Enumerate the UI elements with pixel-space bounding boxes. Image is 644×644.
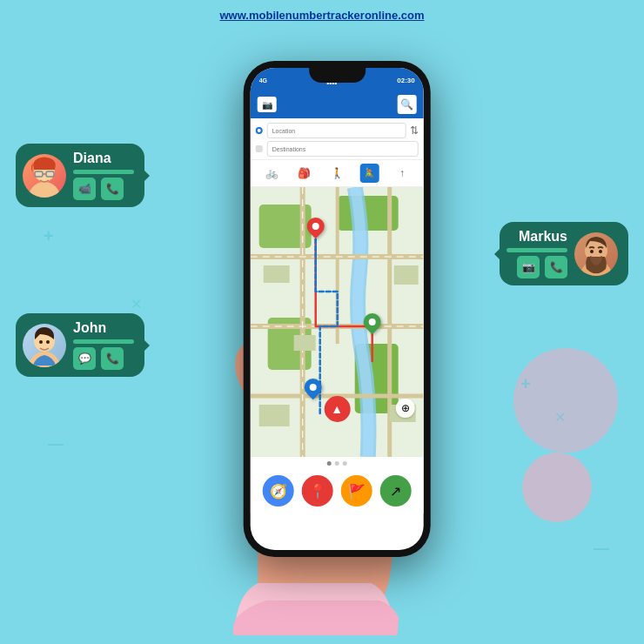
bg-x-2: ✕ xyxy=(131,296,142,312)
markus-actions: 📷 📞 xyxy=(506,256,567,278)
john-avatar xyxy=(23,324,66,367)
john-info: John 💬 📞 xyxy=(73,320,134,370)
markus-bubble: Markus 📷 📞 xyxy=(500,222,628,285)
map-pin-green xyxy=(364,313,381,331)
phone-notch xyxy=(309,61,366,83)
transport-bag[interactable]: 🎒 xyxy=(295,164,314,183)
transport-cycle[interactable]: 🚴 xyxy=(360,164,379,183)
john-message-btn[interactable]: 💬 xyxy=(73,347,96,370)
markus-info: Markus 📷 📞 xyxy=(506,229,567,278)
markus-name: Markus xyxy=(506,229,567,245)
svg-rect-17 xyxy=(259,405,290,426)
john-actions: 💬 📞 xyxy=(73,347,134,370)
app-header: 📷 🔍 xyxy=(251,91,424,118)
bg-plus-1: + xyxy=(44,226,54,246)
svg-rect-22 xyxy=(35,171,43,177)
bg-plus-2: + xyxy=(520,374,531,394)
nav-btn-location[interactable]: 📍 xyxy=(302,475,333,506)
bg-minus-4: — xyxy=(594,540,609,558)
transport-modes: 🚲 🎒 🚶 🚴 ↑ xyxy=(251,160,424,187)
nav-btn-share[interactable]: ↗ xyxy=(379,475,411,506)
nav-btn-flag[interactable]: 🚩 xyxy=(341,475,372,506)
svg-point-28 xyxy=(46,340,50,344)
bottom-nav: 🧭 📍 🚩 ↗ xyxy=(251,470,424,513)
transport-arrow[interactable]: ↑ xyxy=(392,164,412,183)
svg-rect-23 xyxy=(46,171,54,177)
bg-circle-small xyxy=(522,453,592,522)
camera-icon[interactable]: 📷 xyxy=(258,97,277,112)
bg-circle-large xyxy=(513,348,618,453)
markus-bar xyxy=(506,248,567,252)
diana-video-btn[interactable]: 📹 xyxy=(73,178,96,200)
diana-call-btn[interactable]: 📞 xyxy=(101,178,124,200)
markus-avatar xyxy=(574,232,618,276)
svg-point-27 xyxy=(39,340,43,344)
map-pin-blue xyxy=(305,379,322,396)
diana-avatar xyxy=(23,154,66,198)
markus-call-btn[interactable]: 📞 xyxy=(545,256,567,278)
svg-rect-15 xyxy=(294,335,316,351)
diana-bubble: Diana 📹 📞 xyxy=(16,144,144,207)
location-input[interactable] xyxy=(267,123,406,138)
search-icon[interactable]: 🔍 xyxy=(398,95,417,114)
destination-dot xyxy=(256,145,263,152)
swap-icon[interactable]: ⇅ xyxy=(410,124,419,137)
location-dot xyxy=(256,127,263,134)
destination-input-row xyxy=(256,141,419,157)
nav-btn-compass[interactable]: 🧭 xyxy=(263,475,294,506)
diana-actions: 📹 📞 xyxy=(73,178,134,200)
john-bar xyxy=(73,339,134,344)
location-crosshair[interactable]: ⊕ xyxy=(396,399,415,418)
svg-rect-14 xyxy=(264,265,290,283)
page-indicators xyxy=(251,457,424,470)
website-link[interactable]: www.mobilenumbertrackeronline.com xyxy=(219,9,424,22)
phone-frame: 4G 02:30 📷 🔍 ⇅ xyxy=(244,61,431,557)
svg-point-31 xyxy=(590,250,594,253)
time-display: 02:30 xyxy=(397,77,414,84)
phone-screen: 4G 02:30 📷 🔍 ⇅ xyxy=(251,68,424,550)
diana-info: Diana 📹 📞 xyxy=(73,151,134,200)
markus-photo-btn[interactable]: 📷 xyxy=(517,256,540,278)
john-call-btn[interactable]: 📞 xyxy=(101,347,124,370)
destinations-input[interactable] xyxy=(267,141,419,157)
search-section: ⇅ xyxy=(251,118,424,160)
diana-bar xyxy=(73,170,134,174)
nav-arrow[interactable]: ▲ xyxy=(324,396,350,422)
svg-point-32 xyxy=(599,250,602,253)
transport-walk[interactable]: 🚶 xyxy=(327,164,346,183)
location-input-row: ⇅ xyxy=(256,123,419,138)
transport-bike[interactable]: 🚲 xyxy=(262,164,281,183)
svg-point-19 xyxy=(29,182,60,198)
bg-minus-3: — xyxy=(48,435,64,453)
svg-rect-16 xyxy=(394,265,419,285)
map-area: ▲ ⊕ xyxy=(251,187,424,457)
john-name: John xyxy=(73,320,134,336)
bg-x-1: ✕ xyxy=(554,409,566,426)
carrier-signal: 4G xyxy=(259,77,267,84)
john-bubble: John 💬 📞 xyxy=(16,313,144,377)
diana-name: Diana xyxy=(73,151,134,166)
map-pin-red xyxy=(307,218,325,235)
